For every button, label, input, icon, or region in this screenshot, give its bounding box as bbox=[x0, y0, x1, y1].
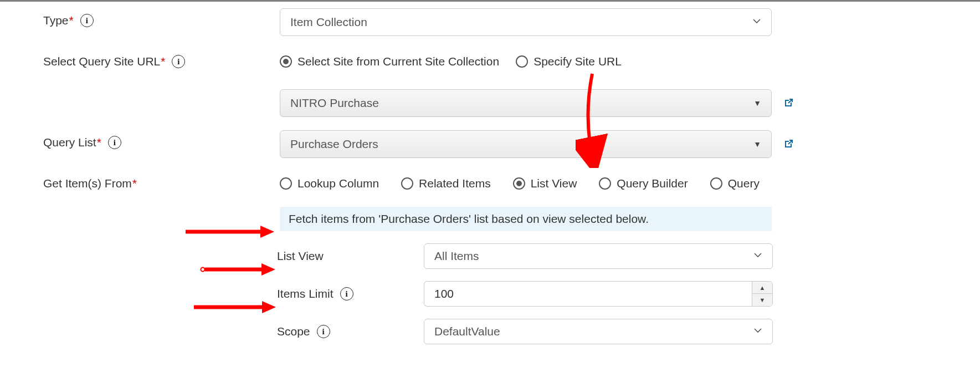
radio-related-label: Related Items bbox=[419, 177, 491, 190]
items-limit-stepper: ▲ ▼ bbox=[424, 281, 773, 307]
site-url-controls: Select Site from Current Site Collection… bbox=[280, 49, 980, 117]
scope-select[interactable]: DefaultValue bbox=[424, 319, 773, 344]
caret-down-icon: ▼ bbox=[753, 140, 761, 149]
radio-list-view-label: List View bbox=[531, 177, 577, 190]
radio-specify-label: Specify Site URL bbox=[533, 55, 622, 68]
info-icon[interactable]: i bbox=[172, 55, 185, 68]
list-view-control: All Items bbox=[424, 243, 773, 269]
scope-select-value: DefaultValue bbox=[434, 325, 500, 338]
radio-builder-label: Query Builder bbox=[617, 177, 687, 190]
radio-inner-icon bbox=[283, 59, 289, 64]
row-query-list: Query List* i Purchase Orders ▼ bbox=[0, 130, 980, 158]
get-items-controls: Lookup Column Related Items List View Qu… bbox=[280, 171, 980, 231]
scope-control: DefaultValue bbox=[424, 319, 773, 344]
radio-current-label: Select Site from Current Site Collection bbox=[297, 55, 499, 68]
label-query-list: Query List* i bbox=[0, 130, 280, 155]
query-list-control: Purchase Orders ▼ bbox=[280, 130, 980, 158]
radio-outer-icon bbox=[599, 177, 611, 190]
radio-outer-icon bbox=[280, 177, 292, 190]
label-items-limit-text: Items Limit bbox=[277, 287, 333, 300]
info-icon[interactable]: i bbox=[80, 14, 94, 27]
label-get-items-text: Get Item(s) From bbox=[43, 177, 132, 190]
label-get-items: Get Item(s) From* bbox=[0, 171, 280, 196]
label-query-list-text: Query List bbox=[43, 136, 96, 149]
open-in-new-icon[interactable] bbox=[782, 96, 795, 110]
label-site-url: Select Query Site URL* i bbox=[0, 49, 280, 74]
radio-select-current-site[interactable]: Select Site from Current Site Collection bbox=[280, 55, 499, 68]
row-site-url: Select Query Site URL* i Select Site fro… bbox=[0, 49, 980, 117]
label-type: Type* i bbox=[0, 8, 280, 33]
radio-outer-icon bbox=[516, 55, 528, 68]
radio-outer-icon bbox=[401, 177, 413, 190]
label-items-limit: Items Limit i bbox=[0, 281, 424, 307]
site-url-radio-group: Select Site from Current Site Collection… bbox=[280, 49, 925, 74]
row-items-limit: Items Limit i ▲ ▼ bbox=[0, 281, 980, 307]
row-get-items: Get Item(s) From* Lookup Column Related … bbox=[0, 171, 980, 231]
label-scope-text: Scope bbox=[277, 325, 310, 338]
spinner-down-button[interactable]: ▼ bbox=[752, 294, 772, 306]
required-mark: * bbox=[132, 177, 137, 190]
type-select-value: Item Collection bbox=[290, 16, 367, 29]
spinner: ▲ ▼ bbox=[752, 281, 773, 307]
label-list-view: List View bbox=[0, 243, 424, 269]
radio-related-items[interactable]: Related Items bbox=[401, 177, 491, 190]
radio-outer-icon bbox=[280, 55, 292, 68]
items-limit-control: ▲ ▼ bbox=[424, 281, 773, 307]
chevron-down-icon bbox=[752, 17, 761, 28]
radio-specify-site-url[interactable]: Specify Site URL bbox=[516, 55, 622, 68]
chevron-down-icon bbox=[753, 326, 762, 338]
get-items-radio-group: Lookup Column Related Items List View Qu… bbox=[280, 171, 925, 196]
helper-banner: Fetch items from 'Purchase Orders' list … bbox=[280, 207, 772, 231]
type-select[interactable]: Item Collection bbox=[280, 8, 772, 36]
site-select[interactable]: NITRO Purchase ▼ bbox=[280, 89, 772, 117]
radio-outer-icon bbox=[710, 177, 722, 190]
query-list-select-value: Purchase Orders bbox=[290, 137, 378, 151]
query-list-select[interactable]: Purchase Orders ▼ bbox=[280, 130, 772, 158]
radio-query-builder[interactable]: Query Builder bbox=[599, 177, 687, 190]
label-list-view-text: List View bbox=[277, 249, 324, 263]
site-select-value: NITRO Purchase bbox=[290, 96, 379, 110]
required-mark: * bbox=[97, 136, 101, 149]
radio-query-label: Query bbox=[728, 177, 760, 190]
list-view-select-value: All Items bbox=[434, 249, 479, 263]
helper-text: Fetch items from 'Purchase Orders' list … bbox=[289, 212, 649, 225]
caret-down-icon: ▼ bbox=[753, 99, 761, 108]
label-scope: Scope i bbox=[0, 319, 424, 344]
info-icon[interactable]: i bbox=[317, 325, 330, 338]
required-mark: * bbox=[69, 14, 74, 27]
config-form: Type* i Item Collection Select Query Sit… bbox=[0, 2, 980, 372]
radio-inner-icon bbox=[516, 181, 522, 186]
label-type-text: Type bbox=[43, 14, 69, 27]
spinner-up-button[interactable]: ▲ bbox=[752, 282, 772, 294]
info-icon[interactable]: i bbox=[340, 287, 353, 300]
row-list-view: List View All Items bbox=[0, 243, 980, 269]
radio-query[interactable]: Query bbox=[710, 177, 760, 190]
info-icon[interactable]: i bbox=[108, 136, 121, 149]
items-limit-input[interactable] bbox=[424, 281, 752, 307]
open-in-new-icon[interactable] bbox=[782, 137, 795, 151]
radio-lookup-label: Lookup Column bbox=[297, 177, 379, 190]
type-control: Item Collection bbox=[280, 8, 980, 36]
required-mark: * bbox=[161, 55, 165, 68]
list-view-select[interactable]: All Items bbox=[424, 243, 773, 269]
row-type: Type* i Item Collection bbox=[0, 8, 980, 36]
radio-list-view[interactable]: List View bbox=[513, 177, 577, 190]
radio-lookup-column[interactable]: Lookup Column bbox=[280, 177, 379, 190]
radio-outer-icon bbox=[513, 177, 525, 190]
row-scope: Scope i DefaultValue bbox=[0, 319, 980, 344]
chevron-down-icon bbox=[753, 251, 762, 262]
label-site-url-text: Select Query Site URL bbox=[43, 55, 160, 68]
